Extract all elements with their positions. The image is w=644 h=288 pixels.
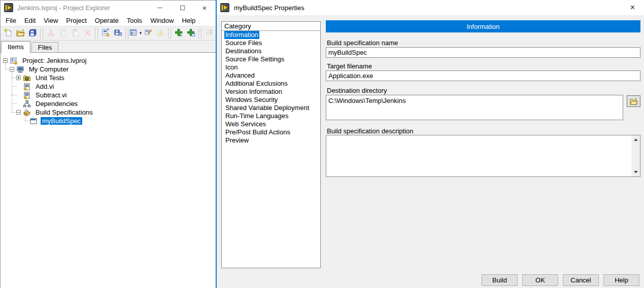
tree-row-mybuildspec[interactable]: myBuildSpec [1,117,216,125]
category-source-file-settings[interactable]: Source File Settings [222,55,320,63]
new-file-icon [4,28,13,39]
toolbar-separator [198,28,201,39]
tree-row-subtract-vi[interactable]: Subtract.vi [1,91,216,99]
tree-guide [12,112,17,113]
destination-directory-input[interactable]: C:\Windows\Temp\Jenkins [326,95,623,120]
category-source-files[interactable]: Source Files [222,39,320,47]
category-label: Icon [224,63,239,71]
paste-toolbar-button [69,27,81,40]
tree-item-label[interactable]: Add.vi [34,83,55,90]
save-hierarchy-toolbar-button[interactable] [112,27,124,40]
save-stack-toolbar-button[interactable] [26,27,39,40]
category-preview[interactable]: Preview [222,136,320,145]
browse-button[interactable] [627,95,640,107]
build-button[interactable]: Build [482,274,518,286]
add-item-toolbar-button[interactable] [185,27,197,40]
menu-window[interactable]: Window [146,16,178,25]
scroll-up-button[interactable] [631,135,640,144]
category-label: Version Information [224,88,283,96]
ok-button[interactable]: OK [522,274,558,286]
open-folder-toolbar-button[interactable] [14,27,26,40]
delete-toolbar-button [81,27,93,40]
save-stack-icon [28,28,37,39]
category-run-time-languages[interactable]: Run-Time Languages [222,112,320,120]
resolve-conflicts-toolbar-button[interactable] [142,27,154,40]
category-label: Run-Time Languages [224,112,290,120]
category-version-information[interactable]: Version Information [222,88,320,96]
tree-item-label[interactable]: Unit Tests [34,74,66,82]
category-label: Source Files [224,39,263,47]
category-shared-variable-deployment[interactable]: Shared Variable Deployment [222,104,320,112]
view-files-toolbar-button[interactable]: ▼ [130,27,142,40]
dialog-close-button[interactable]: × [621,0,644,15]
category-information[interactable]: Information [222,31,320,39]
description-textarea[interactable] [326,135,640,177]
delete-icon [83,28,92,39]
menu-view[interactable]: View [40,16,62,25]
menu-help[interactable]: Help [178,16,199,25]
build-spec-name-input[interactable] [326,47,640,58]
close-button[interactable]: × [193,1,216,15]
category-label: Shared Variable Deployment [224,104,310,112]
category-destinations[interactable]: Destinations [222,47,320,55]
tree-row-dependencies[interactable]: Dependencies [1,99,216,108]
open-folder-icon [630,98,638,105]
tree-guide [12,78,17,78]
build-specs-icon [23,109,31,117]
tab-items[interactable]: Items [1,41,30,53]
save-hierarchy-icon [114,28,122,39]
tree-item-label[interactable]: Dependencies [34,100,79,107]
maximize-button[interactable] [171,1,193,15]
tree-expander[interactable] [3,58,8,63]
description-scrollbar[interactable] [631,135,640,176]
category-pre-post-build-actions[interactable]: Pre/Post Build Actions [222,128,320,136]
category-label: Information [224,31,259,39]
category-additional-exclusions[interactable]: Additional Exclusions [222,80,320,88]
resolve-conflicts-icon [144,28,153,39]
minimize-icon [157,8,162,8]
menu-project[interactable]: Project [62,16,90,25]
export-hierarchy-toolbar-button[interactable] [99,27,112,40]
menu-edit[interactable]: Edit [20,16,40,25]
pe-menubar: FileEditViewProjectOperateToolsWindowHel… [1,15,216,26]
category-label: Windows Security [224,96,279,104]
tree-expander[interactable] [10,67,14,71]
tree-expander[interactable] [16,110,21,115]
menu-tools[interactable]: Tools [123,16,146,25]
cancel-button[interactable]: Cancel [563,274,599,286]
dependencies-icon [23,100,31,108]
target-filename-input[interactable] [326,70,640,81]
open-folder-icon [16,28,25,39]
menu-file[interactable]: File [2,16,20,25]
menu-operate[interactable]: Operate [91,16,123,25]
category-web-services[interactable]: Web Services [222,120,320,128]
tree-row-unit-tests[interactable]: Unit Tests [1,74,216,82]
pe-titlebar: Jenkins.lvproj - Project Explorer × [1,1,216,15]
copy-icon [59,28,67,39]
tree-row-add-vi[interactable]: Add.vi [1,82,216,91]
destination-directory-value: C:\Windows\Temp\Jenkins [328,97,405,104]
tree-item-label[interactable]: myBuildSpec [41,117,82,125]
tree-item-label[interactable]: Build Specifications [34,109,94,116]
tree-expander[interactable] [16,76,21,80]
description-label: Build specification description [327,127,414,135]
labview-app-icon [4,3,13,12]
dialog-titlebar: myBuildSpec Properties × [217,0,644,15]
tab-files[interactable]: Files [31,42,58,52]
tree-item-label[interactable]: My Computer [27,65,70,73]
new-file-toolbar-button[interactable] [2,27,14,40]
add-vi-toolbar-button[interactable] [173,27,185,40]
tree-row-my-computer[interactable]: My Computer [1,65,216,74]
category-icon[interactable]: Icon [222,63,320,71]
help-button[interactable]: Help [603,274,639,286]
tree-item-label[interactable]: Project: Jenkins.lvproj [21,57,88,64]
tree-row-project-jenkins-lvproj[interactable]: Project: Jenkins.lvproj [1,56,216,65]
cut-icon [47,28,55,39]
category-windows-security[interactable]: Windows Security [222,96,320,104]
tree-item-label[interactable]: Subtract.vi [34,91,68,99]
scroll-down-button[interactable] [631,168,640,176]
minimize-button[interactable] [149,1,171,15]
tree-row-build-specifications[interactable]: Build Specifications [1,108,216,117]
category-advanced[interactable]: Advanced [222,71,320,80]
toolbar-separator [40,28,43,39]
